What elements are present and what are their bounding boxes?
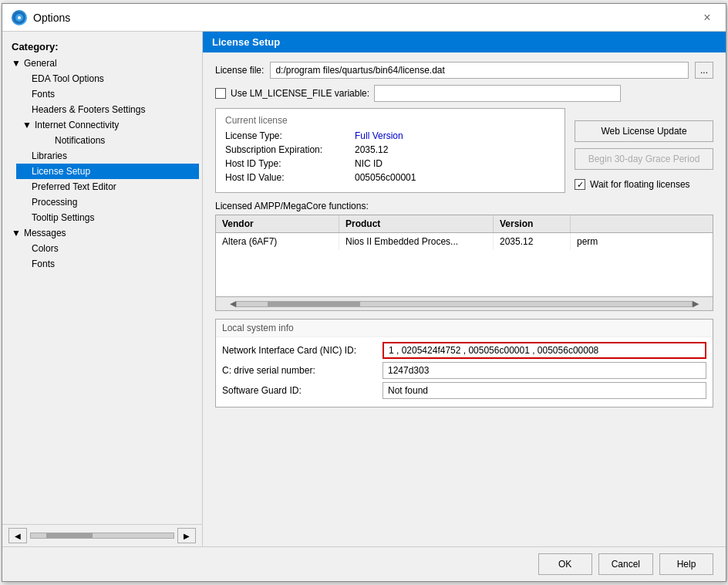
table-header-row: Vendor Product Version [216,215,713,233]
td-vendor: Altera (6AF7) [216,233,339,250]
left-panel-footer: ◀ ▶ [2,524,202,546]
sidebar-item-notifications[interactable]: Notifications [27,133,199,148]
nic-id-row: Network Interface Card (NIC) ID: 1 , 020… [222,342,706,359]
expand-icon-internet: ▼ [22,120,32,130]
license-type-label: License Type: [225,130,349,141]
td-extra: perm [571,233,713,250]
left-scroll-right[interactable]: ▶ [177,528,196,543]
browse-button[interactable]: ... [695,62,713,79]
local-system-body: Network Interface Card (NIC) ID: 1 , 020… [216,337,713,407]
scroll-left-arrow[interactable]: ◀ [230,299,236,309]
subscription-value: 2035.12 [355,144,388,155]
host-id-value-value: 005056c00001 [355,172,416,183]
license-setup-header: License Setup [203,32,726,52]
software-guard-row: Software Guard ID: Not found [222,382,706,399]
use-lm-label: Use LM_LICENSE_FILE variable: [231,88,369,99]
drive-serial-row: C: drive serial number: 1247d303 [222,362,706,379]
wait-licenses-row: ✓ Wait for floating licenses [575,179,713,190]
wait-licenses-label: Wait for floating licenses [590,179,690,190]
local-system-info: Local system info Network Interface Card… [215,319,713,407]
sidebar-item-fonts-messages[interactable]: Fonts [16,256,199,272]
dialog-footer: OK Cancel Help [2,546,726,581]
local-system-title: Local system info [216,320,713,337]
sidebar-item-eda-tool-options[interactable]: EDA Tool Options [16,71,199,86]
use-lm-input[interactable] [374,85,621,102]
software-guard-label: Software Guard ID: [222,385,376,396]
sidebar-item-license-setup[interactable]: License Setup [16,164,199,179]
help-button[interactable]: Help [659,553,713,575]
sidebar-tree: Category: ▼ General EDA Tool Options Fon… [2,32,202,524]
sidebar-item-messages[interactable]: ▼ Messages [5,225,199,241]
license-type-row: License Type: Full Version [225,130,555,141]
sidebar-item-headers-footers[interactable]: Headers & Footers Settings [16,102,199,117]
category-label: Category: [5,38,199,56]
two-col-area: Current license License Type: Full Versi… [215,108,713,201]
drive-serial-label: C: drive serial number: [222,365,376,376]
wait-licenses-checkbox[interactable]: ✓ [575,179,585,190]
license-body: License file: ... Use LM_LICENSE_FILE va… [203,52,726,423]
ok-button[interactable]: OK [538,553,592,575]
license-file-input[interactable] [270,62,689,79]
th-extra [571,215,713,232]
sidebar-item-processing[interactable]: Processing [16,194,199,210]
grace-period-button[interactable]: Begin 30-day Grace Period [575,148,713,170]
sidebar-item-internet-connectivity[interactable]: ▼ Internet Connectivity [16,117,199,133]
sidebar-item-fonts-general[interactable]: Fonts [16,86,199,102]
th-version: Version [494,215,571,232]
current-license-inner: Current license License Type: Full Versi… [216,109,565,192]
ampp-table: Vendor Product Version Altera (6AF7) Nio… [215,215,713,311]
messages-children: Colors Fonts [5,241,199,272]
table-row: Altera (6AF7) Nios II Embedded Proces...… [216,233,713,250]
subscription-row: Subscription Expiration: 2035.12 [225,144,555,155]
use-lm-row: Use LM_LICENSE_FILE variable: [215,85,713,102]
td-product: Nios II Embedded Proces... [339,233,494,250]
hscrollbar-thumb[interactable] [268,302,360,306]
sidebar-item-tooltip-settings[interactable]: Tooltip Settings [16,210,199,225]
options-dialog: Options × Category: ▼ General EDA Tool O… [2,3,726,582]
left-panel: Category: ▼ General EDA Tool Options Fon… [2,32,203,546]
sidebar-item-colors[interactable]: Colors [16,241,199,256]
close-button[interactable]: × [698,8,716,27]
th-product: Product [339,215,494,232]
host-id-type-value: NIC ID [355,158,383,169]
general-children: EDA Tool Options Fonts Headers & Footers… [5,71,199,225]
use-lm-checkbox[interactable] [215,88,226,99]
td-version: 2035.12 [494,233,571,250]
left-scrollbar-thumb [46,533,93,538]
right-panel: License Setup License file: ... Use LM_L… [203,32,726,546]
dialog-title: Options [33,12,70,24]
sidebar-item-general[interactable]: ▼ General [5,56,199,71]
license-file-row: License file: ... [215,62,713,79]
sidebar-item-libraries[interactable]: Libraries [16,148,199,164]
dialog-icon [12,10,27,25]
nic-id-label: Network Interface Card (NIC) ID: [222,345,376,356]
host-id-type-row: Host ID Type: NIC ID [225,158,555,169]
left-scroll-left[interactable]: ◀ [8,528,27,543]
expand-icon-general: ▼ [12,58,21,69]
software-guard-value: Not found [383,382,706,399]
nic-id-value: 1 , 0205424f4752 , 005056c00001 , 005056… [383,342,706,359]
title-bar-left: Options [12,10,70,25]
sidebar-item-preferred-text-editor[interactable]: Preferred Text Editor [16,179,199,194]
host-id-value-row: Host ID Value: 005056c00001 [225,172,555,183]
host-id-type-label: Host ID Type: [225,158,349,169]
cancel-button[interactable]: Cancel [598,553,653,575]
expand-icon-messages: ▼ [12,228,21,238]
table-empty-area [216,250,713,296]
table-scrollbar[interactable]: ◀ ▶ [216,296,713,310]
subscription-label: Subscription Expiration: [225,144,349,155]
svg-point-2 [18,16,21,19]
current-license-box: Current license License Type: Full Versi… [215,108,565,193]
internet-children: Notifications [16,133,199,148]
dialog-body: Category: ▼ General EDA Tool Options Fon… [2,32,726,546]
current-license-title: Current license [225,115,555,127]
scroll-right-arrow[interactable]: ▶ [693,299,699,309]
ampp-title: Licensed AMPP/MegaCore functions: [215,201,713,211]
license-buttons: Web License Update Begin 30-day Grace Pe… [575,108,713,201]
title-bar: Options × [2,4,726,32]
hscrollbar-track[interactable] [236,301,693,307]
current-license-section: Current license License Type: Full Versi… [215,108,565,201]
license-file-label: License file: [215,65,264,76]
drive-serial-value: 1247d303 [383,362,706,379]
web-license-update-button[interactable]: Web License Update [575,120,713,142]
